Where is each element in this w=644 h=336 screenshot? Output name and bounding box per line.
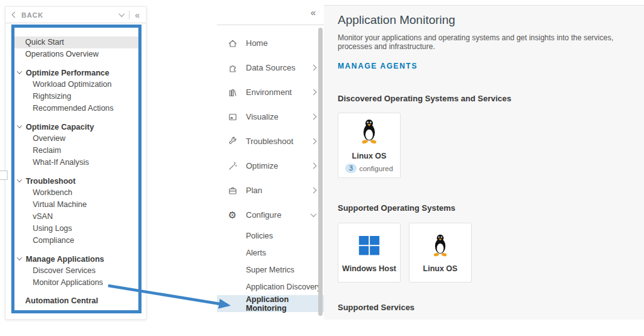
nav-item-workbench[interactable]: Workbench	[14, 187, 138, 199]
sidebar-item-configure[interactable]: ⚙ Configure	[217, 203, 324, 227]
windows-logo-icon	[357, 233, 382, 260]
chevron-down-icon	[311, 211, 317, 217]
chevron-right-icon	[311, 138, 317, 145]
chevron-down-icon	[17, 123, 22, 128]
chevron-right-icon	[311, 163, 317, 169]
nav-group-troubleshoot[interactable]: Troubleshoot	[14, 175, 138, 187]
linux-tux-icon	[428, 233, 452, 260]
nav-item-recommended-actions[interactable]: Recommended Actions	[14, 103, 138, 115]
panel-collapse-icon[interactable]: «	[135, 10, 140, 20]
nav-item-virtual-machine[interactable]: Virtual Machine	[14, 199, 138, 211]
panel-header: BACK «	[6, 7, 146, 23]
nav-item-quick-start[interactable]: Quick Start	[14, 36, 138, 48]
panel-nav-list: Quick Start Operations Overview Optimize…	[14, 28, 138, 307]
back-button[interactable]: BACK	[21, 11, 43, 19]
chevron-down-icon	[17, 69, 22, 74]
linux-tux-icon	[356, 118, 382, 148]
supported-services-section-heading: Supported Services	[338, 303, 631, 312]
sidebar-collapse-icon[interactable]: «	[311, 7, 316, 18]
linux-os-card[interactable]: Linux OS 3 configured	[338, 113, 401, 178]
page-description: Monitor your applications and operating …	[338, 33, 631, 51]
nav-item-overview[interactable]: Overview	[14, 133, 138, 145]
gear-icon: ⚙	[227, 210, 238, 220]
sidebar-item-policies[interactable]: Policies	[217, 227, 324, 244]
badge-count: 3	[345, 164, 357, 173]
supported-os-cards: Windows Host Linux OS	[338, 223, 631, 283]
sidebar-item-data-sources[interactable]: Data Sources	[217, 55, 324, 80]
nav-item-rightsizing[interactable]: Rightsizing	[14, 91, 138, 103]
chevron-right-icon	[311, 188, 317, 194]
books-icon	[227, 87, 238, 98]
dropdown-chevron-icon[interactable]	[119, 11, 125, 17]
annotation-highlight-box: Quick Start Operations Overview Optimize…	[11, 25, 142, 313]
card-label: Windows Host	[342, 264, 396, 273]
sidebar-item-application-discovery[interactable]: Application Discovery	[217, 278, 324, 295]
chevron-down-icon	[17, 255, 22, 260]
nav-item-discover-services[interactable]: Discover Services	[14, 265, 138, 277]
panel-resize-handle[interactable]	[0, 171, 8, 180]
discovered-section-heading: Discovered Operating Systems and Service…	[338, 94, 631, 103]
main-content: Application Monitoring Monitor your appl…	[324, 5, 644, 320]
nav-item-vsan[interactable]: vSAN	[14, 211, 138, 223]
puzzle-icon	[227, 62, 238, 73]
nav-item-operations-overview[interactable]: Operations Overview	[14, 48, 138, 60]
card-label: Linux OS	[352, 152, 387, 160]
nav-group-manage-applications[interactable]: Manage Applications	[14, 253, 138, 265]
page-title: Application Monitoring	[338, 13, 631, 27]
sidebar-header: «	[217, 0, 324, 25]
chevron-right-icon	[311, 89, 317, 96]
nav-item-compliance[interactable]: Compliance	[14, 235, 138, 247]
app-screenshot: BACK « Quick Start Operations Overview O…	[0, 0, 644, 336]
nav-item-reclaim[interactable]: Reclaim	[14, 145, 138, 157]
main-sidebar: « Home Data Sources Environment Visualiz…	[217, 0, 324, 320]
sidebar-item-optimize[interactable]: Optimize	[217, 154, 324, 178]
sidebar-item-troubleshoot[interactable]: Troubleshoot	[217, 129, 324, 154]
home-icon	[227, 38, 238, 48]
sidebar-item-alerts[interactable]: Alerts	[217, 244, 324, 261]
chevron-right-icon	[311, 114, 317, 120]
sidebar-nav-list: Home Data Sources Environment Visualize …	[217, 25, 324, 312]
back-chevron-icon	[12, 12, 18, 18]
sidebar-scrollbar[interactable]	[318, 28, 323, 316]
configured-badge: 3 configured	[345, 164, 393, 173]
header-divider	[129, 11, 130, 20]
sidebar-item-home[interactable]: Home	[217, 31, 324, 55]
nav-group-optimize-performance[interactable]: Optimize Performance	[14, 67, 138, 79]
briefcase-icon	[227, 185, 238, 196]
nav-item-using-logs[interactable]: Using Logs	[14, 223, 138, 235]
wrench-icon	[227, 136, 238, 147]
linux-os-supported-card[interactable]: Linux OS	[409, 223, 472, 283]
nav-item-workload-optimization[interactable]: Workload Optimization	[14, 79, 138, 91]
manage-agents-link[interactable]: MANAGE AGENTS	[338, 62, 418, 70]
wand-icon	[227, 160, 238, 171]
chevron-right-icon	[311, 65, 317, 71]
nav-item-what-if-analysis[interactable]: What-If Analysis	[14, 157, 138, 169]
sidebar-item-super-metrics[interactable]: Super Metrics	[217, 261, 324, 278]
supported-os-section-heading: Supported Operating Systems	[338, 203, 631, 213]
sidebar-item-plan[interactable]: Plan	[217, 178, 324, 203]
sidebar-item-environment[interactable]: Environment	[217, 80, 324, 104]
badge-text: configured	[359, 165, 393, 172]
chevron-down-icon	[17, 177, 22, 182]
sidebar-item-application-monitoring[interactable]: Application Monitoring	[217, 295, 324, 312]
nav-item-automation-central[interactable]: Automation Central	[14, 295, 138, 307]
nav-item-monitor-applications[interactable]: Monitor Applications	[14, 277, 138, 289]
floating-nav-panel: BACK « Quick Start Operations Overview O…	[5, 6, 147, 320]
sidebar-item-visualize[interactable]: Visualize	[217, 104, 324, 129]
card-label: Linux OS	[423, 264, 458, 273]
windows-host-card[interactable]: Windows Host	[338, 223, 401, 283]
dashboard-icon	[227, 111, 238, 122]
nav-group-optimize-capacity[interactable]: Optimize Capacity	[14, 121, 138, 133]
